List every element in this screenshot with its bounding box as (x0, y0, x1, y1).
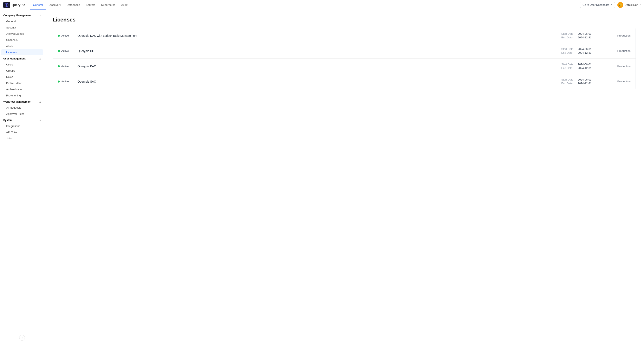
sidebar-section-chevron-user-management: ∧ (39, 57, 41, 60)
start-date-row-lic-1: Start Date 2024-06-01 (561, 32, 607, 35)
start-date-row-lic-4: Start Date 2024-06-01 (561, 78, 607, 81)
sidebar-section-label-user-management: User Management (3, 57, 26, 60)
license-type-lic-2: Production (610, 49, 630, 53)
start-date-label-lic-2: Start Date (561, 48, 576, 51)
nav-tab-general[interactable]: General (30, 0, 46, 10)
sidebar-item-authentication[interactable]: Authentication (1, 86, 43, 92)
license-dates-lic-2: Start Date 2024-06-01 End Date 2024-12-3… (561, 48, 607, 54)
start-date-label-lic-3: Start Date (561, 63, 576, 66)
license-card-lic-3: Active Querypie KAC Start Date 2024-06-0… (53, 59, 636, 74)
sidebar-section-system[interactable]: System∧ (0, 117, 44, 123)
goto-dashboard-label: Go to User Dashboard (582, 3, 609, 7)
main-content: Licenses Active Querypie DAC with Ledger… (44, 10, 644, 344)
sidebar-section-chevron-workflow-management: ∧ (39, 101, 41, 103)
end-date-row-lic-1: End Date 2024-12-31 (561, 36, 607, 39)
end-date-value-lic-4: 2024-12-31 (578, 82, 592, 85)
user-avatar: 😊 (618, 2, 623, 8)
app-name: QueryPie (12, 3, 25, 7)
sidebar-item-jobs[interactable]: Jobs (1, 135, 43, 141)
sidebar-item-groups[interactable]: Groups (1, 68, 43, 74)
status-dot-lic-2 (58, 50, 60, 52)
sidebar-section-company-management[interactable]: Company Management∧ (0, 13, 44, 18)
sidebar-section-workflow-management[interactable]: Workflow Management∧ (0, 99, 44, 105)
license-card-lic-4: Active Querypie SAC Start Date 2024-06-0… (53, 74, 636, 89)
sidebar-item-api-token[interactable]: API Token (1, 129, 43, 135)
license-name-lic-3: Querypie KAC (78, 65, 558, 68)
start-date-value-lic-4: 2024-06-01 (578, 78, 592, 81)
svg-point-1 (6, 4, 7, 6)
license-type-lic-1: Production (610, 34, 630, 37)
sidebar-item-users[interactable]: Users (1, 62, 43, 68)
nav-tab-databases[interactable]: Databases (64, 0, 83, 10)
start-date-value-lic-2: 2024-06-01 (578, 48, 592, 51)
status-text-lic-3: Active (61, 65, 69, 68)
sidebar-item-roles[interactable]: Roles (1, 74, 43, 80)
main-layout: Company Management∧GeneralSecurityAllowe… (0, 10, 644, 344)
sidebar-section-label-workflow-management: Workflow Management (3, 100, 31, 103)
license-name-lic-4: Querypie SAC (78, 80, 558, 83)
nav-right: Go to User Dashboard ↗ 😊 Daniel Son ▾ (580, 2, 641, 8)
status-dot-lic-1 (58, 35, 60, 37)
license-type-lic-4: Production (610, 80, 630, 83)
end-date-row-lic-3: End Date 2024-12-31 (561, 67, 607, 70)
end-date-row-lic-2: End Date 2024-12-31 (561, 51, 607, 54)
status-text-lic-4: Active (61, 80, 69, 83)
sidebar-section-chevron-company-management: ∧ (39, 14, 41, 17)
license-card-lic-2: Active Querypie DD Start Date 2024-06-01… (53, 43, 636, 59)
license-name-lic-2: Querypie DD (78, 49, 558, 53)
nav-tab-servers[interactable]: Servers (83, 0, 98, 10)
sidebar-item-channels[interactable]: Channels (1, 37, 43, 43)
start-date-row-lic-3: Start Date 2024-06-01 (561, 63, 607, 66)
sidebar-section-user-management[interactable]: User Management∧ (0, 56, 44, 61)
sidebar-item-licenses[interactable]: Licenses (1, 49, 43, 55)
license-dates-lic-1: Start Date 2024-06-01 End Date 2024-12-3… (561, 32, 607, 39)
status-text-lic-2: Active (61, 49, 69, 53)
end-date-row-lic-4: End Date 2024-12-31 (561, 82, 607, 85)
sidebar-item-all-requests[interactable]: All Requests (1, 105, 43, 111)
end-date-label-lic-4: End Date (561, 82, 576, 85)
license-status-lic-1: Active (58, 34, 74, 37)
nav-tab-kubernetes[interactable]: Kubernetes (98, 0, 118, 10)
app-logo (3, 2, 10, 8)
start-date-row-lic-2: Start Date 2024-06-01 (561, 48, 607, 51)
user-menu[interactable]: 😊 Daniel Son ▾ (618, 2, 641, 8)
start-date-value-lic-3: 2024-06-01 (578, 63, 592, 66)
start-date-label-lic-1: Start Date (561, 32, 576, 35)
license-name-lic-1: Querypie DAC with Ledger Table Managemen… (78, 34, 558, 37)
start-date-label-lic-4: Start Date (561, 78, 576, 81)
nav-tab-audit[interactable]: Audit (118, 0, 130, 10)
sidebar-section-chevron-system: ∧ (39, 119, 41, 122)
sidebar-item-allowed-zones[interactable]: Allowed Zones (1, 31, 43, 37)
user-name: Daniel Son (624, 3, 638, 7)
sidebar-item-integrations[interactable]: Integrations (1, 123, 43, 129)
start-date-value-lic-1: 2024-06-01 (578, 32, 592, 35)
status-text-lic-1: Active (61, 34, 69, 37)
sidebar-item-security[interactable]: Security (1, 25, 43, 31)
sidebar-item-alerts[interactable]: Alerts (1, 43, 43, 49)
end-date-label-lic-2: End Date (561, 51, 576, 54)
nav-tab-discovery[interactable]: Discovery (46, 0, 64, 10)
sidebar-item-profile-editor[interactable]: Profile Editor (1, 80, 43, 86)
user-menu-chevron: ▾ (640, 4, 641, 6)
end-date-value-lic-2: 2024-12-31 (578, 51, 592, 54)
end-date-value-lic-3: 2024-12-31 (578, 67, 592, 70)
end-date-label-lic-1: End Date (561, 36, 576, 39)
end-date-label-lic-3: End Date (561, 67, 576, 70)
sidebar-collapse-button[interactable]: ‹ (19, 335, 25, 341)
license-card-lic-1: Active Querypie DAC with Ledger Table Ma… (53, 28, 636, 43)
top-navigation: QueryPie GeneralDiscoveryDatabasesServer… (0, 0, 644, 10)
status-dot-lic-3 (58, 65, 60, 67)
status-dot-lic-4 (58, 81, 60, 83)
sidebar-item-general[interactable]: General (1, 18, 43, 24)
sidebar-item-approval-rules[interactable]: Approval Rules (1, 111, 43, 117)
license-dates-lic-3: Start Date 2024-06-01 End Date 2024-12-3… (561, 63, 607, 70)
goto-dashboard-button[interactable]: Go to User Dashboard ↗ (580, 2, 615, 8)
sidebar-section-label-system: System (3, 119, 12, 122)
nav-tabs: GeneralDiscoveryDatabasesServersKubernet… (30, 0, 580, 10)
license-status-lic-2: Active (58, 49, 74, 53)
sidebar-section-label-company-management: Company Management (3, 14, 32, 17)
license-list: Active Querypie DAC with Ledger Table Ma… (52, 28, 636, 89)
sidebar: Company Management∧GeneralSecurityAllowe… (0, 10, 44, 344)
sidebar-item-provisioning[interactable]: Provisioning (1, 93, 43, 99)
license-dates-lic-4: Start Date 2024-06-01 End Date 2024-12-3… (561, 78, 607, 85)
